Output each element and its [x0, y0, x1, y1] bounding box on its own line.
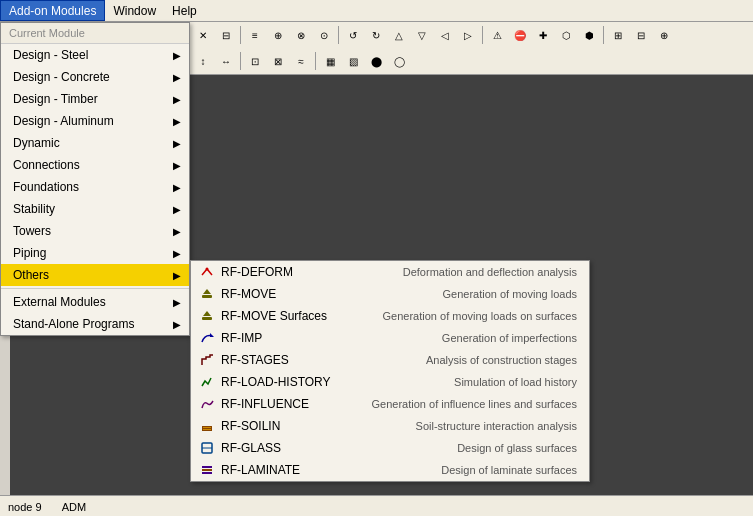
menu-connections[interactable]: Connections ▶ — [1, 154, 189, 176]
arrow-icon: ▶ — [173, 248, 181, 259]
toolbar-btn-r2-11[interactable]: ⊡ — [244, 50, 266, 72]
status-node: node 9 — [8, 501, 42, 513]
rf-move-surfaces-name: RF-MOVE Surfaces — [221, 309, 351, 323]
toolbar-btn-11[interactable]: ≡ — [244, 24, 266, 46]
menu-design-timber[interactable]: Design - Timber ▶ — [1, 88, 189, 110]
toolbar-btn-13[interactable]: ⊗ — [290, 24, 312, 46]
submenu-rf-laminate[interactable]: RF-LAMINATE Design of laminate surfaces — [191, 459, 589, 481]
sep-2 — [240, 26, 241, 44]
menu-dynamic[interactable]: Dynamic ▶ — [1, 132, 189, 154]
svg-rect-3 — [202, 317, 212, 320]
menu-stability-label: Stability — [13, 202, 55, 216]
toolbar-btn-10[interactable]: ⊟ — [215, 24, 237, 46]
menu-dynamic-label: Dynamic — [13, 136, 60, 150]
toolbar-btn-14[interactable]: ⊙ — [313, 24, 335, 46]
toolbar-btn-19[interactable]: ◁ — [434, 24, 456, 46]
menu-foundations[interactable]: Foundations ▶ — [1, 176, 189, 198]
submenu-rf-deform[interactable]: RF-DEFORM Deformation and deflection ana… — [191, 261, 589, 283]
menu-addon-modules[interactable]: Add-on Modules — [0, 0, 105, 21]
toolbar-btn-16[interactable]: ↻ — [365, 24, 387, 46]
rf-move-icon — [199, 286, 215, 302]
addon-modules-dropdown: Current Module Design - Steel ▶ Design -… — [0, 22, 190, 336]
menu-separator — [1, 288, 189, 289]
rf-glass-name: RF-GLASS — [221, 441, 351, 455]
sep-5 — [603, 26, 604, 44]
rf-imp-icon — [199, 330, 215, 346]
svg-rect-8 — [203, 429, 211, 430]
submenu-rf-move[interactable]: RF-MOVE Generation of moving loads — [191, 283, 589, 305]
submenu-rf-move-surfaces[interactable]: RF-MOVE Surfaces Generation of moving lo… — [191, 305, 589, 327]
rf-stages-icon — [199, 352, 215, 368]
toolbar-btn-24[interactable]: ⬡ — [555, 24, 577, 46]
menu-stability[interactable]: Stability ▶ — [1, 198, 189, 220]
arrow-icon: ▶ — [173, 204, 181, 215]
toolbar-btn-r2-9[interactable]: ↕ — [192, 50, 214, 72]
toolbar-btn-26[interactable]: ⊞ — [607, 24, 629, 46]
menu-help[interactable]: Help — [164, 0, 205, 21]
menu-others-label: Others — [13, 268, 49, 282]
svg-rect-12 — [202, 469, 212, 471]
rf-move-name: RF-MOVE — [221, 287, 351, 301]
menu-piping[interactable]: Piping ▶ — [1, 242, 189, 264]
toolbar-btn-r2-17[interactable]: ◯ — [388, 50, 410, 72]
svg-rect-1 — [202, 295, 212, 298]
toolbar-btn-28[interactable]: ⊕ — [653, 24, 675, 46]
menu-others[interactable]: Others ▶ — [1, 264, 189, 286]
others-submenu: RF-DEFORM Deformation and deflection ana… — [190, 260, 590, 482]
rf-stages-name: RF-STAGES — [221, 353, 351, 367]
toolbar-btn-r2-15[interactable]: ▧ — [342, 50, 364, 72]
toolbar-btn-27[interactable]: ⊟ — [630, 24, 652, 46]
toolbar-btn-r2-13[interactable]: ≈ — [290, 50, 312, 72]
toolbar-btn-21[interactable]: ⚠ — [486, 24, 508, 46]
menu-window[interactable]: Window — [105, 0, 164, 21]
menu-external-modules[interactable]: External Modules ▶ — [1, 291, 189, 313]
menu-external-modules-label: External Modules — [13, 295, 106, 309]
svg-rect-6 — [202, 426, 212, 431]
rf-load-history-name: RF-LOAD-HISTORY — [221, 375, 351, 389]
submenu-rf-glass[interactable]: RF-GLASS Design of glass surfaces — [191, 437, 589, 459]
submenu-rf-load-history[interactable]: RF-LOAD-HISTORY Simulation of load histo… — [191, 371, 589, 393]
menu-standalone-programs[interactable]: Stand-Alone Programs ▶ — [1, 313, 189, 335]
toolbar-btn-25[interactable]: ⬢ — [578, 24, 600, 46]
submenu-rf-influence[interactable]: RF-INFLUENCE Generation of influence lin… — [191, 393, 589, 415]
submenu-rf-imp[interactable]: RF-IMP Generation of imperfections — [191, 327, 589, 349]
toolbar-btn-17[interactable]: △ — [388, 24, 410, 46]
dropdown-header: Current Module — [1, 23, 189, 44]
arrow-icon: ▶ — [173, 319, 181, 330]
svg-point-0 — [206, 268, 209, 271]
arrow-icon: ▶ — [173, 138, 181, 149]
menu-foundations-label: Foundations — [13, 180, 79, 194]
submenu-rf-soilin[interactable]: RF-SOILIN Soil-structure interaction ana… — [191, 415, 589, 437]
rf-move-desc: Generation of moving loads — [357, 288, 577, 300]
arrow-icon: ▶ — [173, 94, 181, 105]
status-adm: ADM — [62, 501, 86, 513]
toolbar-btn-18[interactable]: ▽ — [411, 24, 433, 46]
rf-glass-desc: Design of glass surfaces — [357, 442, 577, 454]
toolbar-btn-12[interactable]: ⊕ — [267, 24, 289, 46]
menu-towers[interactable]: Towers ▶ — [1, 220, 189, 242]
toolbar-btn-r2-12[interactable]: ⊠ — [267, 50, 289, 72]
menu-design-steel[interactable]: Design - Steel ▶ — [1, 44, 189, 66]
toolbar-btn-20[interactable]: ▷ — [457, 24, 479, 46]
rf-soilin-icon — [199, 418, 215, 434]
toolbar-btn-15[interactable]: ↺ — [342, 24, 364, 46]
sep-4 — [482, 26, 483, 44]
menu-piping-label: Piping — [13, 246, 46, 260]
toolbar-btn-22[interactable]: ⛔ — [509, 24, 531, 46]
toolbar-btn-r2-10[interactable]: ↔ — [215, 50, 237, 72]
menu-design-concrete[interactable]: Design - Concrete ▶ — [1, 66, 189, 88]
sep-r2-2 — [240, 52, 241, 70]
toolbar-btn-r2-16[interactable]: ⬤ — [365, 50, 387, 72]
rf-soilin-name: RF-SOILIN — [221, 419, 351, 433]
rf-influence-name: RF-INFLUENCE — [221, 397, 351, 411]
menu-design-steel-label: Design - Steel — [13, 48, 88, 62]
menu-standalone-label: Stand-Alone Programs — [13, 317, 134, 331]
menu-design-aluminum[interactable]: Design - Aluminum ▶ — [1, 110, 189, 132]
svg-marker-5 — [210, 333, 214, 337]
rf-stages-desc: Analysis of construction stages — [357, 354, 577, 366]
toolbar-btn-23[interactable]: ✚ — [532, 24, 554, 46]
submenu-rf-stages[interactable]: RF-STAGES Analysis of construction stage… — [191, 349, 589, 371]
toolbar-btn-r2-14[interactable]: ▦ — [319, 50, 341, 72]
toolbar-btn-9[interactable]: ✕ — [192, 24, 214, 46]
svg-marker-2 — [203, 289, 211, 294]
